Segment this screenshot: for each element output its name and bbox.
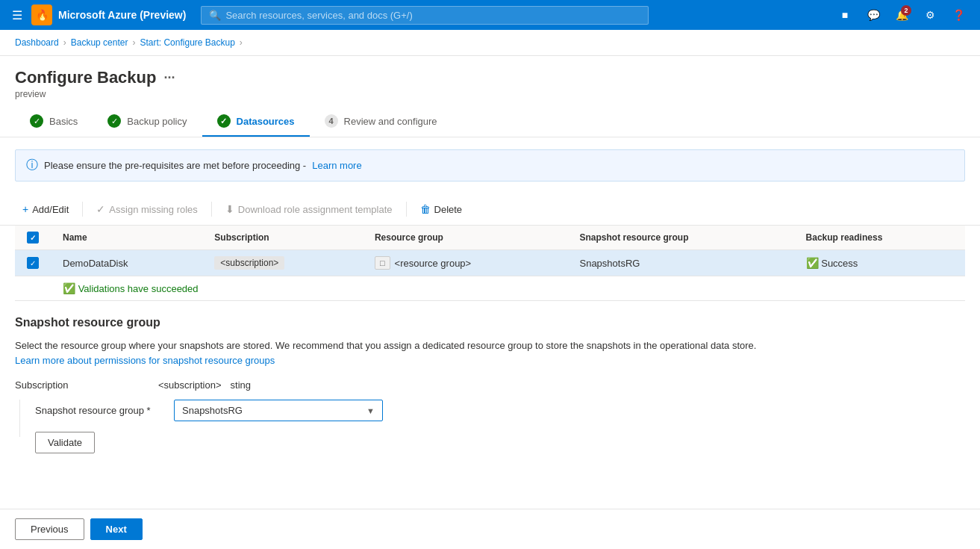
toolbar-sep-3 [406,202,407,217]
search-input[interactable] [225,10,640,21]
col-snapshot-rg: Snapshot resource group [567,226,793,250]
breadcrumb-backup-center[interactable]: Backup center [71,37,128,48]
datasources-check-icon: ✓ [217,114,231,128]
snapshot-rg-value: SnapshotsRG [182,405,243,416]
tab-datasources[interactable]: ✓ Datasources [202,107,310,137]
page-title: Configure Backup ··· [15,68,965,87]
footer: Previous Next [0,509,980,549]
settings-icon[interactable]: ⚙ [917,2,943,28]
app-title: Microsoft Azure (Preview) [58,9,186,21]
validation-message: Validations have succeeded [78,283,199,294]
help-icon[interactable]: ❓ [946,2,971,28]
select-all-checkbox[interactable] [27,232,39,244]
snapshot-rg-form-group: Snapshot resource group * SnapshotsRG ▼ [35,400,383,421]
azure-icon: 🔥 [31,4,52,25]
assign-roles-button[interactable]: ✓ Assign missing roles [89,199,205,219]
notification-badge: 2 [901,5,911,16]
snapshot-rg-dropdown[interactable]: SnapshotsRG ▼ [174,400,383,421]
more-options-icon[interactable]: ··· [163,70,175,86]
row-snapshot-rg: SnapshotsRG [567,250,793,276]
tab-datasources-label: Datasources [237,116,295,127]
snapshot-section-description: Select the resource group where your sna… [15,338,965,367]
dropdown-arrow-icon: ▼ [366,406,375,415]
search-bar[interactable]: 🔍 [201,6,649,25]
delete-button[interactable]: 🗑 Delete [413,199,470,219]
row-resource-group: □ <resource group> [363,250,568,276]
basics-check-icon: ✓ [30,114,43,128]
toolbar-sep-1 [82,202,83,217]
review-num-icon: 4 [325,114,338,128]
breadcrumb-sep-3: › [240,37,243,48]
col-resource-group: Resource group [363,226,568,250]
page-header: Configure Backup ··· preview [0,56,980,107]
validate-button[interactable]: Validate [35,432,95,453]
info-banner-text: Please ensure the pre-requisites are met… [44,160,306,171]
breadcrumb-configure-backup[interactable]: Start: Configure Backup [140,37,234,48]
download-template-label: Download role assignment template [238,204,393,215]
tab-review-configure[interactable]: 4 Review and configure [310,107,452,137]
rg-icon: □ [375,256,390,270]
backup-policy-check-icon: ✓ [107,114,121,128]
row-subscription: <subscription> [202,250,363,276]
data-table: Name Subscription Resource group Snapsho… [15,226,965,301]
row-checkbox[interactable] [27,257,39,269]
tab-basics-label: Basics [49,116,78,127]
toolbar-sep-2 [211,202,212,217]
breadcrumb-sep-1: › [63,37,66,48]
col-name: Name [51,226,202,250]
breadcrumb-dashboard[interactable]: Dashboard [15,37,59,48]
info-icon: ⓘ [26,158,38,173]
checkmark-icon: ✓ [96,203,105,215]
snapshot-section: Snapshot resource group Select the resou… [0,301,980,477]
breadcrumb: Dashboard › Backup center › Start: Confi… [0,30,980,56]
row-name: DemoDataDisk [51,250,202,276]
subscription-form-row: Subscription <subscription> sting [15,379,965,391]
previous-button[interactable]: Previous [15,518,84,540]
download-icon: ⬇ [225,203,234,215]
add-icon: + [22,203,28,215]
portal-menu-icon[interactable]: ■ [832,2,858,28]
snapshot-learn-more-link[interactable]: Learn more about permissions for snapsho… [15,355,275,366]
top-nav: ☰ 🔥 Microsoft Azure (Preview) 🔍 ■ 💬 🔔 2 … [0,0,980,30]
learn-more-link[interactable]: Learn more [312,160,361,171]
row-backup-readiness: ✅ Success [794,250,965,276]
snapshot-rg-label: Snapshot resource group * [35,405,162,416]
tab-review-label: Review and configure [344,116,437,127]
delete-label: Delete [434,204,463,215]
info-banner: ⓘ Please ensure the pre-requisites are m… [15,149,965,182]
col-subscription: Subscription [202,226,363,250]
tab-backup-policy[interactable]: ✓ Backup policy [93,107,202,137]
add-edit-label: Add/Edit [32,204,69,215]
preview-tag: preview [15,89,965,99]
add-edit-button[interactable]: + Add/Edit [15,199,76,219]
next-button[interactable]: Next [90,518,143,540]
success-icon: ✅ [806,257,819,269]
table-row[interactable]: DemoDataDisk <subscription> □ <resource … [15,250,965,276]
delete-icon: 🗑 [420,203,431,215]
validation-row: ✅ Validations have succeeded [15,276,965,301]
notifications-icon[interactable]: 🔔 2 [889,2,914,28]
col-backup-readiness: Backup readiness [794,226,965,250]
search-icon: 🔍 [209,10,221,21]
subscription-value: <subscription> [158,379,222,391]
breadcrumb-sep-2: › [132,37,135,48]
table-wrapper: Name Subscription Resource group Snapsho… [0,226,980,301]
subscription-extra: sting [231,379,251,391]
nav-icons: ■ 💬 🔔 2 ⚙ ❓ [832,2,971,28]
tab-basics[interactable]: ✓ Basics [15,107,93,137]
tab-backup-policy-label: Backup policy [127,116,187,127]
main-container: Dashboard › Backup center › Start: Confi… [0,30,980,549]
hamburger-icon[interactable]: ☰ [9,5,25,25]
toolbar: + Add/Edit ✓ Assign missing roles ⬇ Down… [0,193,980,226]
assign-roles-label: Assign missing roles [109,204,198,215]
subscription-label: Subscription [15,379,149,391]
feedback-icon[interactable]: 💬 [861,2,886,28]
validation-success-icon: ✅ [63,282,75,294]
subscription-pill: <subscription> [214,256,284,270]
tabs: ✓ Basics ✓ Backup policy ✓ Datasources 4… [0,107,980,137]
snapshot-section-title: Snapshot resource group [15,316,965,329]
download-template-button[interactable]: ⬇ Download role assignment template [218,199,400,219]
